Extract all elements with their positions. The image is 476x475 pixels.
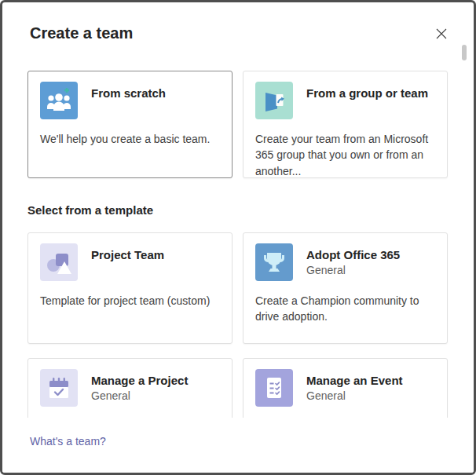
close-icon xyxy=(436,28,447,42)
page-title: Create a team xyxy=(30,24,133,42)
trophy-icon xyxy=(255,243,293,281)
card-subtitle: General xyxy=(91,389,188,402)
card-from-scratch[interactable]: From scratch We'll help you create a bas… xyxy=(27,71,233,178)
card-title: Adopt Office 365 xyxy=(306,248,400,261)
card-adopt-office-365[interactable]: Adopt Office 365 General Create a Champi… xyxy=(243,232,448,344)
card-from-group[interactable]: From a group or team Create your team fr… xyxy=(243,71,448,178)
card-title: Manage an Event xyxy=(306,374,403,387)
people-add-icon xyxy=(40,82,78,119)
group-export-icon xyxy=(255,82,293,119)
dialog-scroll-area: From scratch We'll help you create a bas… xyxy=(2,67,474,418)
scrollbar-thumb[interactable] xyxy=(462,45,467,60)
whats-a-team-link[interactable]: What's a team? xyxy=(30,435,106,448)
close-button[interactable] xyxy=(434,27,449,42)
card-subtitle: General xyxy=(306,264,400,276)
shapes-icon xyxy=(40,243,78,281)
card-description: We'll help you create a basic team. xyxy=(40,131,219,147)
template-row-2: Manage a Project General xyxy=(27,358,448,418)
card-manage-an-event[interactable]: Manage an Event General xyxy=(243,358,448,418)
calendar-check-icon xyxy=(40,369,78,407)
create-team-dialog: Create a team xyxy=(0,0,476,475)
card-description: Template for project team (custom) xyxy=(40,293,219,309)
card-title: From a group or team xyxy=(306,86,428,100)
checklist-icon xyxy=(255,369,293,407)
dialog-footer: What's a team? xyxy=(2,418,474,473)
card-title: From scratch xyxy=(91,86,166,100)
create-options-row: From scratch We'll help you create a bas… xyxy=(27,71,448,178)
card-description: Create your team from an Microsoft 365 g… xyxy=(255,131,434,179)
card-title: Manage a Project xyxy=(91,374,188,387)
template-row-1: Project Team Template for project team (… xyxy=(27,232,448,344)
card-title: Project Team xyxy=(91,248,164,261)
card-subtitle: General xyxy=(306,389,403,402)
card-manage-a-project[interactable]: Manage a Project General xyxy=(27,358,233,418)
card-description: Create a Champion community to drive ado… xyxy=(255,293,434,325)
template-section-heading: Select from a template xyxy=(27,203,448,217)
card-project-team[interactable]: Project Team Template for project team (… xyxy=(27,232,233,344)
